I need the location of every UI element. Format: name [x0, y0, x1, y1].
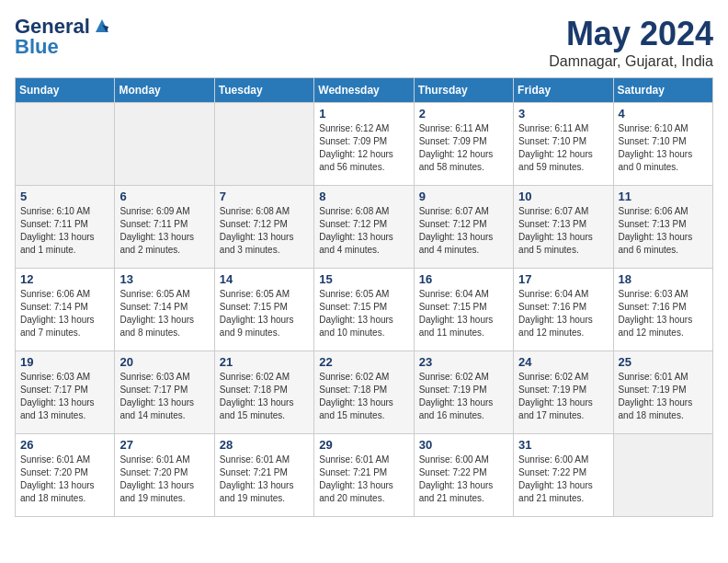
day-number: 15 — [319, 272, 408, 286]
day-number: 29 — [319, 438, 408, 452]
calendar-cell — [16, 103, 115, 186]
day-number: 28 — [220, 438, 309, 452]
cell-info: Sunrise: 6:10 AM Sunset: 7:11 PM Dayligh… — [20, 205, 109, 257]
cell-info: Sunrise: 6:09 AM Sunset: 7:11 PM Dayligh… — [119, 205, 209, 257]
cell-info: Sunrise: 6:04 AM Sunset: 7:15 PM Dayligh… — [419, 288, 508, 339]
day-number: 25 — [619, 355, 708, 369]
calendar-cell: 26Sunrise: 6:01 AM Sunset: 7:20 PM Dayli… — [16, 434, 115, 517]
day-number: 3 — [518, 107, 608, 121]
calendar-cell: 11Sunrise: 6:06 AM Sunset: 7:13 PM Dayli… — [613, 186, 712, 269]
cell-info: Sunrise: 6:04 AM Sunset: 7:16 PM Dayligh… — [518, 288, 608, 339]
calendar-cell: 31Sunrise: 6:00 AM Sunset: 7:22 PM Dayli… — [514, 434, 613, 517]
weekday-header-tuesday: Tuesday — [214, 78, 313, 103]
calendar-cell: 29Sunrise: 6:01 AM Sunset: 7:21 PM Dayli… — [314, 434, 414, 517]
cell-info: Sunrise: 6:01 AM Sunset: 7:19 PM Dayligh… — [619, 371, 708, 422]
day-number: 27 — [119, 438, 209, 452]
day-number: 22 — [319, 355, 408, 369]
calendar-cell — [115, 103, 214, 186]
calendar-cell: 9Sunrise: 6:07 AM Sunset: 7:12 PM Daylig… — [414, 186, 513, 269]
cell-info: Sunrise: 6:01 AM Sunset: 7:20 PM Dayligh… — [20, 454, 109, 505]
calendar-cell: 15Sunrise: 6:05 AM Sunset: 7:15 PM Dayli… — [314, 269, 414, 351]
cell-info: Sunrise: 6:05 AM Sunset: 7:14 PM Dayligh… — [119, 288, 209, 339]
day-number: 6 — [119, 190, 209, 203]
calendar-cell: 3Sunrise: 6:11 AM Sunset: 7:10 PM Daylig… — [514, 103, 613, 186]
cell-info: Sunrise: 6:02 AM Sunset: 7:18 PM Dayligh… — [319, 371, 408, 422]
cell-info: Sunrise: 6:00 AM Sunset: 7:22 PM Dayligh… — [419, 454, 508, 505]
day-number: 13 — [119, 272, 209, 286]
cell-info: Sunrise: 6:02 AM Sunset: 7:19 PM Dayligh… — [518, 371, 608, 422]
day-number: 9 — [419, 190, 508, 203]
day-number: 30 — [419, 438, 508, 452]
day-number: 5 — [20, 190, 109, 203]
location: Damnagar, Gujarat, India — [549, 53, 713, 70]
calendar-cell: 4Sunrise: 6:10 AM Sunset: 7:10 PM Daylig… — [613, 103, 712, 186]
calendar-cell: 30Sunrise: 6:00 AM Sunset: 7:22 PM Dayli… — [414, 434, 513, 517]
calendar-cell — [613, 434, 712, 517]
weekday-header-friday: Friday — [514, 78, 613, 103]
cell-info: Sunrise: 6:05 AM Sunset: 7:15 PM Dayligh… — [220, 288, 309, 339]
cell-info: Sunrise: 6:01 AM Sunset: 7:21 PM Dayligh… — [220, 454, 309, 505]
day-number: 2 — [419, 107, 508, 121]
calendar-cell: 13Sunrise: 6:05 AM Sunset: 7:14 PM Dayli… — [115, 269, 214, 351]
cell-info: Sunrise: 6:07 AM Sunset: 7:12 PM Dayligh… — [419, 205, 508, 257]
calendar-cell: 16Sunrise: 6:04 AM Sunset: 7:15 PM Dayli… — [414, 269, 513, 351]
calendar-cell: 8Sunrise: 6:08 AM Sunset: 7:12 PM Daylig… — [314, 186, 414, 269]
calendar-cell: 23Sunrise: 6:02 AM Sunset: 7:19 PM Dayli… — [414, 351, 513, 434]
calendar-cell: 25Sunrise: 6:01 AM Sunset: 7:19 PM Dayli… — [613, 351, 712, 434]
day-number: 20 — [119, 355, 209, 369]
weekday-header-monday: Monday — [115, 78, 214, 103]
calendar-cell: 14Sunrise: 6:05 AM Sunset: 7:15 PM Dayli… — [214, 269, 313, 351]
calendar-cell: 17Sunrise: 6:04 AM Sunset: 7:16 PM Dayli… — [514, 269, 613, 351]
day-number: 7 — [220, 190, 309, 203]
title-block: May 2024 Damnagar, Gujarat, India — [549, 15, 713, 70]
calendar-cell: 6Sunrise: 6:09 AM Sunset: 7:11 PM Daylig… — [115, 186, 214, 269]
cell-info: Sunrise: 6:02 AM Sunset: 7:18 PM Dayligh… — [220, 371, 309, 422]
cell-info: Sunrise: 6:02 AM Sunset: 7:19 PM Dayligh… — [419, 371, 508, 422]
calendar-cell: 20Sunrise: 6:03 AM Sunset: 7:17 PM Dayli… — [115, 351, 214, 434]
page-header: General Blue May 2024 Damnagar, Gujarat,… — [15, 15, 713, 70]
cell-info: Sunrise: 6:00 AM Sunset: 7:22 PM Dayligh… — [518, 454, 608, 505]
calendar-cell: 10Sunrise: 6:07 AM Sunset: 7:13 PM Dayli… — [514, 186, 613, 269]
weekday-header-saturday: Saturday — [613, 78, 712, 103]
calendar-cell: 27Sunrise: 6:01 AM Sunset: 7:20 PM Dayli… — [115, 434, 214, 517]
logo-blue: Blue — [15, 35, 59, 59]
calendar-cell: 12Sunrise: 6:06 AM Sunset: 7:14 PM Dayli… — [16, 269, 115, 351]
day-number: 18 — [619, 272, 708, 286]
calendar-cell: 7Sunrise: 6:08 AM Sunset: 7:12 PM Daylig… — [214, 186, 313, 269]
cell-info: Sunrise: 6:01 AM Sunset: 7:21 PM Dayligh… — [319, 454, 408, 505]
day-number: 24 — [518, 355, 608, 369]
cell-info: Sunrise: 6:07 AM Sunset: 7:13 PM Dayligh… — [518, 205, 608, 257]
cell-info: Sunrise: 6:11 AM Sunset: 7:09 PM Dayligh… — [419, 122, 508, 174]
day-number: 1 — [319, 107, 408, 121]
cell-info: Sunrise: 6:12 AM Sunset: 7:09 PM Dayligh… — [319, 122, 408, 174]
calendar-cell: 28Sunrise: 6:01 AM Sunset: 7:21 PM Dayli… — [214, 434, 313, 517]
day-number: 11 — [619, 190, 708, 203]
day-number: 17 — [518, 272, 608, 286]
calendar-cell: 19Sunrise: 6:03 AM Sunset: 7:17 PM Dayli… — [16, 351, 115, 434]
weekday-header-thursday: Thursday — [414, 78, 513, 103]
calendar-cell: 24Sunrise: 6:02 AM Sunset: 7:19 PM Dayli… — [514, 351, 613, 434]
day-number: 10 — [518, 190, 608, 203]
day-number: 19 — [20, 355, 109, 369]
cell-info: Sunrise: 6:06 AM Sunset: 7:14 PM Dayligh… — [20, 288, 109, 339]
day-number: 26 — [20, 438, 109, 452]
calendar-cell: 5Sunrise: 6:10 AM Sunset: 7:11 PM Daylig… — [16, 186, 115, 269]
day-number: 23 — [419, 355, 508, 369]
cell-info: Sunrise: 6:08 AM Sunset: 7:12 PM Dayligh… — [220, 205, 309, 257]
calendar-table: SundayMondayTuesdayWednesdayThursdayFrid… — [15, 77, 713, 517]
logo: General Blue — [15, 15, 112, 59]
calendar-cell: 2Sunrise: 6:11 AM Sunset: 7:09 PM Daylig… — [414, 103, 513, 186]
cell-info: Sunrise: 6:01 AM Sunset: 7:20 PM Dayligh… — [119, 454, 209, 505]
day-number: 14 — [220, 272, 309, 286]
day-number: 21 — [220, 355, 309, 369]
cell-info: Sunrise: 6:03 AM Sunset: 7:17 PM Dayligh… — [119, 371, 209, 422]
logo-icon — [92, 16, 112, 36]
day-number: 8 — [319, 190, 408, 203]
cell-info: Sunrise: 6:10 AM Sunset: 7:10 PM Dayligh… — [619, 122, 708, 174]
cell-info: Sunrise: 6:06 AM Sunset: 7:13 PM Dayligh… — [619, 205, 708, 257]
calendar-cell: 18Sunrise: 6:03 AM Sunset: 7:16 PM Dayli… — [613, 269, 712, 351]
cell-info: Sunrise: 6:08 AM Sunset: 7:12 PM Dayligh… — [319, 205, 408, 257]
cell-info: Sunrise: 6:03 AM Sunset: 7:16 PM Dayligh… — [619, 288, 708, 339]
day-number: 4 — [619, 107, 708, 121]
day-number: 31 — [518, 438, 608, 452]
